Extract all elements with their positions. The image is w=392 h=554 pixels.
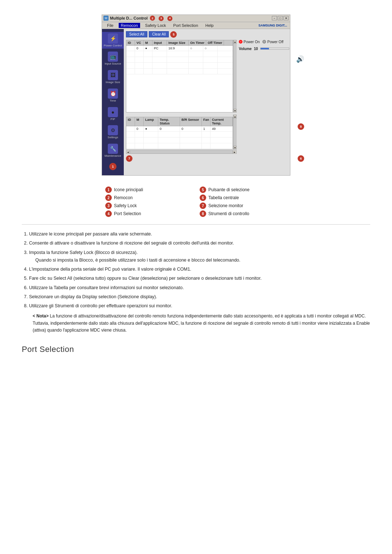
power-on-radio[interactable]: Power On xyxy=(239,40,260,44)
badge-8: 8 xyxy=(298,123,304,130)
note-block: < Nota> La funzione di attivazione/disat… xyxy=(33,313,370,334)
instruction-5: Fare clic su Select All (seleziona tutto… xyxy=(29,275,370,282)
menu-file[interactable]: File xyxy=(105,23,116,28)
legend-text-6: Tabella centrale xyxy=(208,195,239,200)
legend-text-5: Pulsante di selezione xyxy=(208,187,249,192)
power-row: Power On Power Off xyxy=(239,40,304,44)
note-label: < Nota> xyxy=(33,313,49,319)
bottom-table-scrollbar[interactable]: ▲ ▼ xyxy=(233,115,237,149)
image-size-icon: 🖼 xyxy=(108,70,118,80)
speaker-icon[interactable]: 🔊 xyxy=(296,56,304,63)
port-selection-heading: Port Selection xyxy=(22,345,370,354)
sidebar-label-power: Power Control xyxy=(104,44,122,48)
table-row[interactable] xyxy=(126,69,233,74)
sidebar-item-maintenance[interactable]: 🔧 Maintenance xyxy=(102,142,124,159)
top-table-scrollbar[interactable]: ▲ ▼ xyxy=(233,40,237,112)
legend-item-2: 2 Remocon xyxy=(105,194,192,201)
menu-safety-lock[interactable]: Safety Lock xyxy=(143,23,168,28)
table-row[interactable] xyxy=(126,138,233,143)
col-input: Input xyxy=(152,40,167,45)
sidebar: ⚡ Power Control 📺 Input Source 🖼 Image S… xyxy=(102,29,124,176)
col-off-timer: Off Timer xyxy=(206,40,224,45)
app-title: Multiple D... Control xyxy=(110,16,148,20)
instructions-section: Utilizzare le icone principali per passa… xyxy=(22,230,370,334)
right-panel: Select All Clear All 5 ID VC M Input xyxy=(124,29,306,176)
table-row[interactable] xyxy=(126,57,233,63)
legend-num-1: 1 xyxy=(105,186,112,193)
col-fan: Fan xyxy=(202,117,211,126)
col-vc: VC xyxy=(135,40,144,45)
instruction-6: Utilizzare la Tabella per consultare bre… xyxy=(29,284,370,292)
table-row[interactable]: 0 ● PC 16:9 ○ ○ xyxy=(126,46,233,51)
col-m2: M xyxy=(135,117,144,126)
tab3-badge[interactable]: 3 xyxy=(158,16,164,21)
col-br-sensor: B/R Sensor xyxy=(180,117,202,126)
legend-item-7: 7 Selezione monitor xyxy=(200,202,287,209)
sidebar-badge-1: 1 xyxy=(109,163,117,170)
app-icon: M xyxy=(103,16,109,21)
scroll-down[interactable]: ▼ xyxy=(233,109,237,112)
power-off-radio[interactable]: Power Off xyxy=(262,40,283,44)
legend-text-8: Strumenti di controllo xyxy=(208,211,249,216)
legend-item-6: 6 Tabella centrale xyxy=(200,194,287,201)
instruction-3: Imposta la funzione Safety Lock (Blocco … xyxy=(29,249,370,264)
sidebar-label-image: Image Size xyxy=(106,81,120,84)
scroll-up2[interactable]: ▲ xyxy=(233,115,237,118)
scroll-up[interactable]: ▲ xyxy=(233,40,237,44)
close-button[interactable]: ✕ xyxy=(283,16,289,20)
table-row[interactable] xyxy=(126,63,233,69)
volume-row: Volume 10 xyxy=(239,47,304,51)
app-window: M Multiple D... Control 2 3 4 − □ ✕ File… xyxy=(102,15,290,176)
scroll-right[interactable]: ► xyxy=(233,151,236,153)
input-source-icon: 📺 xyxy=(108,52,118,62)
sidebar-label-settings: Settings xyxy=(108,136,118,139)
clear-all-button[interactable]: Clear All xyxy=(149,31,169,37)
legend-section: 1 Icone principali 5 Pulsante di selezio… xyxy=(102,186,290,217)
sidebar-item-pip[interactable]: ● PIP xyxy=(102,106,124,123)
col-id: ID xyxy=(126,40,135,45)
menu-help[interactable]: Help xyxy=(203,23,216,28)
instruction-7: Selezionare un display da Display select… xyxy=(29,293,370,301)
power-on-label: Power On xyxy=(244,40,260,44)
sidebar-item-power-control[interactable]: ⚡ Power Control xyxy=(102,32,124,49)
legend-text-2: Remocon xyxy=(114,195,132,200)
menu-remocon[interactable]: Remocon xyxy=(119,23,140,28)
tab4-badge[interactable]: 4 xyxy=(167,16,172,21)
col-lamp: Lamp xyxy=(144,117,158,126)
sidebar-item-time[interactable]: ⏰ Time xyxy=(102,87,124,104)
legend-text-4: Port Selection xyxy=(114,211,141,216)
table-row[interactable] xyxy=(126,143,233,149)
legend-num-6: 6 xyxy=(200,194,206,201)
scroll-down2[interactable]: ▼ xyxy=(233,146,237,149)
bottom-table-header: ID M Lamp Temp. Status B/R Sensor Fan Cu… xyxy=(126,117,233,126)
note-text: La funzione di attivazione/disattivazion… xyxy=(33,313,370,332)
volume-slider[interactable] xyxy=(260,48,289,50)
table-row[interactable] xyxy=(126,51,233,57)
instruction-4: L'impostazione della porta seriale del P… xyxy=(29,266,370,273)
scroll-left[interactable]: ◄ xyxy=(126,151,130,153)
menu-port-selection[interactable]: Port Selection xyxy=(171,23,200,28)
volume-value: 10 xyxy=(254,47,258,51)
minimize-button[interactable]: − xyxy=(272,16,277,20)
sidebar-label-time: Time xyxy=(110,99,116,103)
power-off-indicator xyxy=(262,40,266,44)
sidebar-item-input-source[interactable]: 📺 Input Source xyxy=(102,50,124,67)
table-row[interactable]: 0 ● 0 0 1 49 xyxy=(126,126,233,132)
sidebar-item-image-size[interactable]: 🖼 Image Size xyxy=(102,69,124,86)
legend-item-8: 8 Strumenti di controllo xyxy=(200,210,287,217)
pip-icon: ● xyxy=(108,107,118,117)
table-row[interactable] xyxy=(126,132,233,138)
scroll-track xyxy=(233,44,237,109)
horizontal-scrollbar[interactable]: ◄ ► xyxy=(126,150,237,154)
legend-text-1: Icone principali xyxy=(114,187,143,192)
sidebar-label-maintenance: Maintenance xyxy=(105,155,121,158)
legend-item-4: 4 Port Selection xyxy=(105,210,192,217)
col-temp-status: Temp. Status xyxy=(158,117,180,126)
badge6-area: 6 xyxy=(239,155,304,162)
title-bar: M Multiple D... Control 2 3 4 − □ ✕ xyxy=(102,15,290,22)
col-on-timer: On Timer xyxy=(189,40,206,45)
select-all-button[interactable]: Select All xyxy=(126,31,147,37)
legend-num-4: 4 xyxy=(105,210,112,217)
restore-button[interactable]: □ xyxy=(278,16,283,20)
sidebar-item-settings[interactable]: ⚙ Settings xyxy=(102,124,124,141)
